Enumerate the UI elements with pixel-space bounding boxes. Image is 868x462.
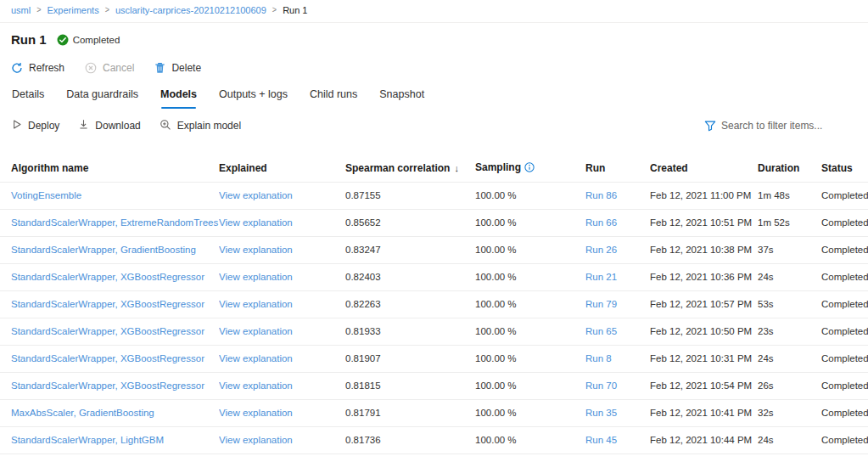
- run-link[interactable]: Run 70: [585, 380, 617, 391]
- deploy-button[interactable]: Deploy: [11, 119, 59, 132]
- view-explanation-link[interactable]: View explanation: [219, 190, 293, 200]
- download-button-label: Download: [95, 120, 140, 132]
- created-value: Feb 12, 2021 10:57 PM: [650, 290, 758, 318]
- algorithm-name-link[interactable]: StandardScalerWrapper, XGBoostRegressor: [11, 353, 204, 363]
- explain-model-button[interactable]: Explain model: [160, 119, 241, 133]
- view-explanation-link[interactable]: View explanation: [219, 353, 293, 363]
- tab-outputs-logs[interactable]: Outputs + logs: [219, 87, 288, 109]
- run-detail-page: usml > Experiments > usclarity-carprices…: [0, 0, 868, 462]
- sampling-value: 100.00 %: [475, 182, 585, 209]
- cancel-button[interactable]: Cancel: [85, 62, 134, 74]
- spearman-correlation-value: 0.85652: [345, 209, 475, 236]
- tab-models[interactable]: Models: [160, 87, 197, 109]
- sampling-value: 100.00 %: [475, 345, 585, 372]
- breadcrumb-item-usml[interactable]: usml: [11, 5, 31, 16]
- status-value: Completed: [821, 182, 868, 209]
- column-header-duration[interactable]: Duration: [758, 155, 821, 182]
- column-header-status[interactable]: Status: [821, 155, 868, 182]
- spearman-correlation-value: 0.81907: [345, 345, 475, 372]
- duration-value: 37s: [758, 236, 821, 263]
- view-explanation-link[interactable]: View explanation: [219, 245, 293, 255]
- model-action-bar: Deploy Download Explain model: [11, 115, 857, 137]
- refresh-button-label: Refresh: [29, 62, 64, 74]
- delete-button[interactable]: Delete: [154, 62, 201, 74]
- table-row: MaxAbsScaler, GradientBoosting View expl…: [0, 399, 868, 426]
- sampling-value: 100.00 %: [475, 236, 585, 263]
- duration-value: 32s: [758, 399, 821, 426]
- column-header-spearman[interactable]: Spearman correlation ↓: [345, 155, 475, 182]
- algorithm-name-link[interactable]: StandardScalerWrapper, XGBoostRegressor: [11, 326, 204, 336]
- view-explanation-link[interactable]: View explanation: [219, 299, 293, 309]
- download-icon: [78, 119, 89, 132]
- algorithm-name-link[interactable]: VotingEnsemble: [11, 190, 81, 200]
- sampling-value: 100.00 %: [475, 290, 585, 318]
- duration-value: 53s: [758, 290, 821, 318]
- breadcrumb-item-experiment-name[interactable]: usclarity-carprices-20210212100609: [115, 5, 266, 16]
- view-explanation-link[interactable]: View explanation: [219, 380, 293, 391]
- column-header-created[interactable]: Created: [650, 155, 758, 182]
- spearman-correlation-value: 0.81736: [345, 426, 475, 454]
- created-value: Feb 12, 2021 10:44 PM: [650, 426, 758, 454]
- view-explanation-link[interactable]: View explanation: [219, 408, 293, 418]
- tab-child-runs[interactable]: Child runs: [310, 87, 357, 109]
- tab-data-guardrails[interactable]: Data guardrails: [66, 87, 138, 109]
- run-link[interactable]: Run 66: [585, 217, 617, 228]
- duration-value: 1m 48s: [758, 182, 821, 209]
- view-explanation-link[interactable]: View explanation: [219, 272, 293, 282]
- algorithm-name-link[interactable]: MaxAbsScaler, GradientBoosting: [11, 408, 154, 418]
- duration-value: 23s: [758, 318, 821, 345]
- column-header-sampling[interactable]: Sampling: [475, 155, 585, 182]
- column-header-explained[interactable]: Explained: [219, 155, 345, 182]
- view-explanation-link[interactable]: View explanation: [219, 326, 293, 336]
- run-link[interactable]: Run 26: [585, 245, 617, 255]
- sort-descending-icon: ↓: [454, 163, 459, 173]
- run-link[interactable]: Run 79: [585, 299, 617, 309]
- refresh-button[interactable]: Refresh: [11, 62, 64, 74]
- status-value: Completed: [821, 209, 868, 236]
- chevron-right-icon: >: [36, 4, 41, 17]
- duration-value: 24s: [758, 426, 821, 454]
- algorithm-name-link[interactable]: StandardScalerWrapper, XGBoostRegressor: [11, 380, 204, 391]
- cancel-icon: [85, 62, 97, 74]
- algorithm-name-link[interactable]: StandardScalerWrapper, XGBoostRegressor: [11, 272, 204, 282]
- run-link[interactable]: Run 8: [585, 353, 612, 363]
- table-row: StandardScalerWrapper, XGBoostRegressor …: [0, 345, 868, 372]
- column-header-run[interactable]: Run: [585, 155, 650, 182]
- status-value: Completed: [821, 236, 868, 263]
- filter-box: [704, 120, 857, 132]
- tab-snapshot[interactable]: Snapshot: [379, 87, 424, 109]
- command-bar: Refresh Cancel Delete: [11, 59, 868, 76]
- column-header-algorithm-name[interactable]: Algorithm name: [0, 155, 219, 182]
- run-link[interactable]: Run 65: [585, 326, 617, 336]
- run-link[interactable]: Run 35: [585, 408, 617, 418]
- magnifier-plus-icon: [160, 119, 171, 133]
- delete-button-label: Delete: [171, 62, 201, 74]
- run-link[interactable]: Run 45: [585, 435, 617, 445]
- view-explanation-link[interactable]: View explanation: [219, 435, 293, 445]
- filter-items-input[interactable]: [721, 120, 857, 132]
- sampling-value: 100.00 %: [475, 372, 585, 399]
- cancel-button-label: Cancel: [103, 62, 134, 74]
- status-value: Completed: [821, 372, 868, 399]
- info-icon[interactable]: [524, 162, 535, 175]
- page-title: Run 1: [11, 31, 47, 48]
- view-explanation-link[interactable]: View explanation: [219, 217, 293, 228]
- run-link[interactable]: Run 21: [585, 272, 617, 282]
- spearman-correlation-value: 0.82403: [345, 263, 475, 290]
- algorithm-name-link[interactable]: StandardScalerWrapper, XGBoostRegressor: [11, 299, 204, 309]
- algorithm-name-link[interactable]: StandardScalerWrapper, LightGBM: [11, 435, 164, 445]
- created-value: Feb 12, 2021 10:31 PM: [650, 345, 758, 372]
- algorithm-name-link[interactable]: StandardScalerWrapper, ExtremeRandomTree…: [11, 217, 218, 228]
- run-link[interactable]: Run 86: [585, 190, 617, 200]
- download-button[interactable]: Download: [78, 119, 140, 132]
- table-row: StandardScalerWrapper, XGBoostRegressor …: [0, 263, 868, 290]
- breadcrumb-item-experiments[interactable]: Experiments: [48, 5, 99, 16]
- spearman-correlation-value: 0.81933: [345, 318, 475, 345]
- column-header-spearman-label: Spearman correlation: [345, 162, 450, 174]
- table-body: VotingEnsemble View explanation 0.87155 …: [0, 182, 868, 454]
- sampling-value: 100.00 %: [475, 399, 585, 426]
- algorithm-name-link[interactable]: StandardScalerWrapper, GradientBoosting: [11, 245, 196, 255]
- tab-bar: Details Data guardrails Models Outputs +…: [12, 87, 868, 109]
- tab-details[interactable]: Details: [12, 87, 44, 109]
- created-value: Feb 12, 2021 11:00 PM: [650, 182, 758, 209]
